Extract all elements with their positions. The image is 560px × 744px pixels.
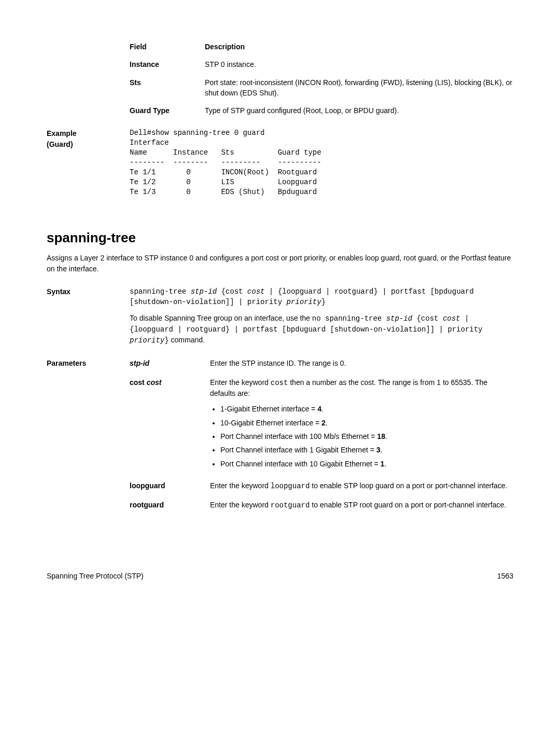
code-text: }	[164, 336, 169, 345]
bullet-bold: 4	[317, 405, 321, 413]
disable-post: command.	[169, 336, 205, 344]
bullet-text: 1-Gigabit Ethernet interface =	[220, 405, 317, 413]
bullet-tail: .	[384, 460, 386, 468]
bullet-text: Port Channel interface with 1 Gigabit Et…	[220, 446, 376, 454]
section-title: spanning-tree	[47, 228, 513, 248]
example-label-2: (Guard)	[47, 140, 73, 148]
param-desc: Enter the STP instance ID. The range is …	[210, 358, 513, 368]
bullet-tail: .	[321, 405, 324, 413]
code-var: cost	[443, 314, 460, 323]
param-name: rootguard	[130, 500, 210, 511]
parameters-block: Parameters stp-id Enter the STP instance…	[47, 358, 513, 519]
bullet-text: Port Channel interface with 10 Gigabit E…	[220, 460, 381, 468]
bullet-tail: .	[326, 419, 328, 427]
field-row: Sts Port state: root-inconsistent (INCON…	[130, 77, 513, 99]
example-code: Dell#show spanning-tree 0 guard Interfac…	[130, 128, 321, 197]
param-desc-pre: Enter the keyword	[210, 378, 271, 387]
field-desc: STP 0 instance.	[205, 59, 513, 70]
page-footer: Spanning Tree Protocol (STP) 1563	[47, 571, 513, 581]
bullet-tail: .	[381, 446, 383, 454]
bullet-bold: 3	[376, 446, 381, 454]
param-desc: Enter the keyword rootguard to enable ST…	[210, 500, 513, 511]
field-header-row: Field Description	[130, 42, 513, 52]
syntax-code: spanning-tree stp-id {cost cost | {loopg…	[130, 286, 513, 308]
field-label: Sts	[130, 77, 205, 99]
bullet-item: Port Channel interface with 10 Gigabit E…	[220, 459, 513, 469]
syntax-label: Syntax	[47, 286, 130, 346]
code-text: no spanning-tree	[312, 314, 386, 323]
example-label-1: Example	[47, 129, 77, 137]
param-desc-post: to enable STP root guard on a port or po…	[310, 501, 506, 509]
field-description-table: Field Description Instance STP 0 instanc…	[130, 42, 513, 116]
param-desc-code: cost	[271, 379, 288, 387]
section-intro: Assigns a Layer 2 interface to STP insta…	[47, 253, 513, 274]
parameters-content: stp-id Enter the STP instance ID. The ra…	[130, 358, 513, 519]
bullet-bold: 2	[321, 419, 326, 427]
field-label: Instance	[130, 59, 205, 70]
field-desc: Type of STP guard configured (Root, Loop…	[205, 105, 513, 116]
code-var: priority	[286, 298, 321, 306]
bullet-item: Port Channel interface with 1 Gigabit Et…	[220, 445, 513, 455]
bullet-bold: 18	[377, 432, 385, 440]
footer-right: 1563	[497, 571, 513, 581]
param-row: loopguard Enter the keyword loopguard to…	[130, 480, 513, 491]
param-name: loopguard	[130, 480, 210, 491]
disable-pre: To disable Spanning Tree group on an int…	[130, 314, 312, 322]
field-desc: Port state: root-inconsistent (INCON Roo…	[205, 77, 513, 99]
param-row: cost cost Enter the keyword cost then a …	[130, 377, 513, 472]
field-header: Field	[130, 42, 205, 52]
param-desc-code: loopguard	[271, 482, 310, 490]
footer-left: Spanning Tree Protocol (STP)	[47, 571, 144, 581]
param-desc: Enter the keyword cost then a number as …	[210, 377, 513, 472]
param-name: stp-id	[130, 358, 210, 368]
param-bullets: 1-Gigabit Ethernet interface = 4. 10-Gig…	[210, 404, 513, 469]
code-var: cost	[247, 287, 265, 296]
syntax-disable: To disable Spanning Tree group on an int…	[130, 313, 513, 346]
field-row: Instance STP 0 instance.	[130, 59, 513, 70]
code-var: priority	[130, 336, 164, 345]
syntax-block: Syntax spanning-tree stp-id {cost cost |…	[47, 286, 513, 346]
param-desc-pre: Enter the keyword	[210, 501, 271, 509]
code-text: {cost	[217, 287, 247, 296]
param-name: cost cost	[130, 377, 210, 472]
code-var: stp-id	[386, 314, 412, 323]
example-label: Example (Guard)	[47, 128, 130, 197]
bullet-item: Port Channel interface with 100 Mb/s Eth…	[220, 431, 513, 442]
parameters-label: Parameters	[47, 358, 130, 519]
param-desc-pre: Enter the keyword	[210, 481, 271, 490]
param-row: rootguard Enter the keyword rootguard to…	[130, 500, 513, 511]
field-label: Guard Type	[130, 105, 205, 116]
field-row: Guard Type Type of STP guard configured …	[130, 105, 513, 116]
code-text: }	[321, 298, 326, 306]
param-desc-post: to enable STP loop guard on a port or po…	[310, 481, 507, 490]
syntax-content: spanning-tree stp-id {cost cost | {loopg…	[130, 286, 513, 346]
example-block: Example (Guard) Dell#show spanning-tree …	[47, 128, 513, 197]
bullet-item: 1-Gigabit Ethernet interface = 4.	[220, 404, 513, 414]
bullet-text: Port Channel interface with 100 Mb/s Eth…	[220, 432, 377, 440]
desc-header: Description	[205, 42, 513, 52]
param-name-em: cost	[147, 378, 162, 387]
param-desc: Enter the keyword loopguard to enable ST…	[210, 480, 513, 491]
bullet-item: 10-Gigabit Ethernet interface = 2.	[220, 418, 513, 428]
param-name-pre: cost	[130, 378, 147, 387]
param-desc-code: rootguard	[271, 501, 310, 509]
bullet-text: 10-Gigabit Ethernet interface =	[220, 419, 321, 427]
code-var: stp-id	[191, 287, 217, 296]
code-text: {cost	[412, 314, 443, 323]
param-row: stp-id Enter the STP instance ID. The ra…	[130, 358, 513, 368]
bullet-tail: .	[385, 432, 387, 440]
code-text: spanning-tree	[130, 287, 191, 296]
